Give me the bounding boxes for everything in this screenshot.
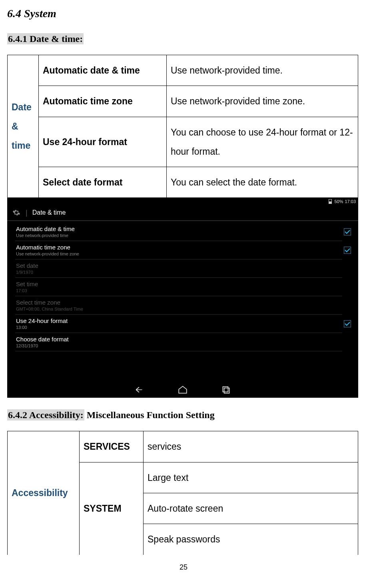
item-label: Set time	[16, 281, 342, 287]
item-label: Use 24-hour format	[16, 317, 342, 324]
divider-icon: |	[26, 209, 28, 217]
item-sub: 12/31/1970	[16, 343, 342, 348]
cell-label: Select date format	[39, 167, 167, 198]
table-rowhead-accessibility: Accessibility	[8, 431, 80, 555]
list-item[interactable]: Use 24-hour format 13:00	[15, 315, 342, 333]
accessibility-table: Accessibility SERVICES services SYSTEM L…	[7, 431, 358, 555]
item-label: Automatic time zone	[16, 244, 342, 251]
subsection-row: 6.4.1 Date & time:	[7, 34, 360, 44]
list-item: Select time zone GMT+08:00, China Standa…	[15, 296, 342, 315]
item-label: Automatic date & time	[16, 225, 342, 232]
checkbox-icon[interactable]	[344, 228, 351, 235]
checkbox-icon[interactable]	[344, 320, 351, 327]
subsection-heading: 6.4.2 Accessibility:	[7, 409, 84, 421]
list-item[interactable]: Automatic date & time Use network-provid…	[15, 223, 342, 241]
subsection-row: 6.4.2 Accessibility: Miscellaneous Funct…	[7, 410, 360, 421]
recents-button[interactable]	[218, 385, 233, 395]
subsection-suffix: Miscellaneous Function Setting	[84, 410, 215, 420]
status-bar: 50% 17:03	[7, 198, 358, 205]
nav-bar	[7, 382, 358, 398]
item-sub: GMT+08:00, China Standard Time	[16, 307, 342, 311]
page-number: 25	[7, 563, 360, 572]
item-sub: Use network-provided time	[16, 233, 342, 238]
cell-label: Automatic time zone	[39, 86, 167, 117]
android-screenshot: 50% 17:03 | Date & time Automatic date &…	[7, 198, 358, 398]
list-item: Set time 17:03	[15, 278, 342, 296]
cell-label: SYSTEM	[80, 462, 144, 555]
back-button[interactable]	[132, 385, 147, 395]
list-item[interactable]: Automatic time zone Use network-provided…	[15, 241, 342, 259]
list-item: Set date 1/9/1970	[15, 259, 342, 278]
title-bar: | Date & time	[7, 205, 358, 221]
list-item[interactable]: Choose date format 12/31/1970	[15, 333, 342, 351]
settings-icon[interactable]	[12, 208, 21, 217]
svg-rect-1	[224, 388, 229, 393]
item-sub: Use network-provided time zone	[16, 251, 342, 256]
item-sub: 1/9/1970	[16, 270, 342, 275]
home-button[interactable]	[175, 385, 190, 395]
date-time-table: Date & time Automatic date & time Use ne…	[7, 55, 358, 198]
screen-title: Date & time	[32, 209, 66, 216]
table-rowhead-date-time: Date & time	[8, 55, 39, 198]
cell-desc: You can choose to use 24-hour format or …	[167, 117, 358, 167]
settings-list: Automatic date & time Use network-provid…	[7, 221, 358, 353]
status-time: 17:03	[345, 199, 356, 204]
svg-rect-0	[223, 387, 228, 392]
item-label: Select time zone	[16, 299, 342, 306]
item-label: Set date	[16, 262, 342, 269]
cell-desc: You can select the date format.	[167, 167, 358, 198]
cell-desc: services	[144, 431, 358, 462]
cell-label: Use 24-hour format	[39, 117, 167, 167]
checkbox-icon[interactable]	[344, 247, 351, 254]
cell-desc: Auto-rotate screen	[144, 493, 358, 524]
item-sub: 17:03	[16, 288, 342, 293]
item-sub: 13:00	[16, 325, 342, 330]
subsection-heading: 6.4.1 Date & time:	[7, 33, 84, 44]
item-label: Choose date format	[16, 336, 342, 343]
cell-desc: Large text	[144, 462, 358, 493]
section-heading: 6.4 System	[7, 7, 360, 20]
cell-desc: Use network-provided time zone.	[167, 86, 358, 117]
cell-label: Automatic date & time	[39, 55, 167, 86]
battery-icon	[329, 199, 332, 204]
cell-desc: Use network-provided time.	[167, 55, 358, 86]
battery-text: 50%	[334, 199, 343, 204]
cell-label: SERVICES	[80, 431, 144, 462]
cell-desc: Speak passwords	[144, 524, 358, 555]
